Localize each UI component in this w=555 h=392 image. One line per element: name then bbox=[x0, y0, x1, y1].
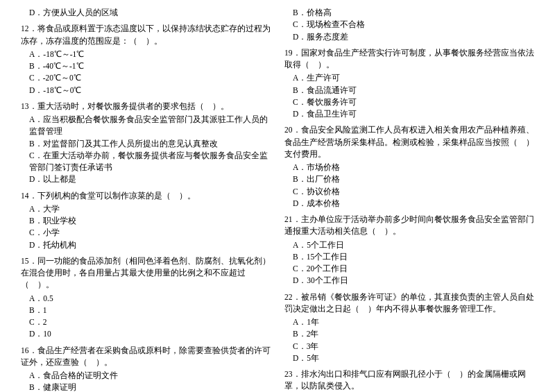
q15-opt-d: D．10 bbox=[21, 328, 271, 340]
q21-opt-c: C．20个工作日 bbox=[284, 263, 534, 275]
q21-opt-d: D．30个工作日 bbox=[284, 275, 534, 287]
q20-opt-a: A．市场价格 bbox=[284, 162, 534, 173]
q12-opt-d: D．-18℃～0℃ bbox=[21, 85, 271, 96]
q14-opt-b: B．职业学校 bbox=[21, 215, 271, 227]
q19-text: 19．国家对食品生产经营实行许可制度，从事餐饮服务经营应当依法取得（ ）。 bbox=[284, 47, 534, 71]
q20-opt-b: B．出厂价格 bbox=[284, 173, 534, 185]
q13-opt-d: D．以上都是 bbox=[21, 173, 271, 185]
q22-opt-c: C．3年 bbox=[284, 341, 534, 352]
q20-opt-c: C．协议价格 bbox=[284, 186, 534, 198]
q18-opt-c: C．现场检查不合格 bbox=[284, 19, 534, 31]
question-14: 14．下列机构的食堂可以制作凉菜的是（ ）。 A．大学 B．职业学校 C．小学 … bbox=[21, 190, 271, 251]
q16-text: 16．食品生产经营者在采购食品或原料时，除需要查验供货者的许可证外，还应查验（ … bbox=[21, 345, 271, 369]
question-16: 16．食品生产经营者在采购食品或原料时，除需要查验供货者的许可证外，还应查验（ … bbox=[21, 345, 271, 393]
q22-opt-b: B．2年 bbox=[284, 328, 534, 340]
q16-opt-a: A．食品合格的证明文件 bbox=[21, 370, 271, 382]
q14-text: 14．下列机构的食堂可以制作凉菜的是（ ）。 bbox=[21, 190, 271, 202]
q22-opt-d: D．5年 bbox=[284, 352, 534, 364]
question-13: 13．重大活动时，对餐饮服务提供者的要求包括（ ）。 A．应当积极配合餐饮服务食… bbox=[21, 101, 271, 186]
right-column: B．价格高 C．现场检查不合格 D．服务态度差 19．国家对食品生产经营实行许可… bbox=[284, 7, 534, 392]
q12-opt-c: C．-20℃～0℃ bbox=[21, 72, 271, 84]
question-20: 20．食品安全风险监测工作人员有权进入相关食用农产品种植养殖、食品生产经营场所采… bbox=[284, 124, 534, 210]
q12-text: 12．将食品或原料置于冻态温度以下，以保持冻结状态贮存的过程为冻存，冻存温度的范… bbox=[21, 23, 271, 47]
q21-opt-b: B．15个工作日 bbox=[284, 251, 534, 263]
q15-opt-b: B．1 bbox=[21, 305, 271, 316]
q19-opt-d: D．食品卫生许可 bbox=[284, 108, 534, 120]
question-21: 21．主办单位应于活动举办前多少时间向餐饮服务食品安全监管部门通报重大活动相关信… bbox=[284, 214, 534, 287]
option-d-text: D．方便从业人员的区域 bbox=[21, 7, 271, 19]
q18-opt-b: B．价格高 bbox=[284, 7, 534, 19]
q12-opt-a: A．-18℃～-1℃ bbox=[21, 49, 271, 60]
q13-opt-b: B．对监督部门及其工作人员所提出的意见认真整改 bbox=[21, 138, 271, 150]
page-container: D．方便从业人员的区域 12．将食品或原料置于冻态温度以下，以保持冻结状态贮存的… bbox=[21, 7, 534, 392]
q21-text: 21．主办单位应于活动举办前多少时间向餐饮服务食品安全监管部门通报重大活动相关信… bbox=[284, 214, 534, 238]
question-22: 22．被吊销《餐饮服务许可证》的单位，其直接负责的主管人员自处罚决定做出之日起（… bbox=[284, 291, 534, 365]
q12-opt-b: B．-40℃～-1℃ bbox=[21, 60, 271, 72]
q16-opt-b: B．健康证明 bbox=[21, 382, 271, 392]
q13-opt-c: C．在重大活动举办前，餐饮服务提供者应与餐饮服务食品安全监管部门签订责任承诺书 bbox=[21, 150, 271, 174]
q14-opt-d: D．托幼机构 bbox=[21, 239, 271, 251]
q19-opt-b: B．食品流通许可 bbox=[284, 85, 534, 96]
q14-opt-a: A．大学 bbox=[21, 203, 271, 215]
q21-opt-a: A．5个工作日 bbox=[284, 239, 534, 251]
question-18-cont: B．价格高 C．现场检查不合格 D．服务态度差 bbox=[284, 7, 534, 43]
q15-opt-c: C．2 bbox=[21, 316, 271, 328]
q15-opt-a: A．0.5 bbox=[21, 293, 271, 305]
q20-text: 20．食品安全风险监测工作人员有权进入相关食用农产品种植养殖、食品生产经营场所采… bbox=[284, 124, 534, 160]
question-23: 23．排水沟出口和排气口应有网眼孔径小于（ ）的金属隔栅或网罩，以防鼠类侵入。 … bbox=[284, 368, 534, 392]
q15-text: 15．同一功能的食品添加剂（相同色泽着色剂、防腐剂、抗氧化剂）在混合使用时，各自… bbox=[21, 255, 271, 291]
q19-opt-c: C．餐饮服务许可 bbox=[284, 96, 534, 108]
q22-text: 22．被吊销《餐饮服务许可证》的单位，其直接负责的主管人员自处罚决定做出之日起（… bbox=[284, 291, 534, 316]
q20-opt-d: D．成本价格 bbox=[284, 198, 534, 210]
left-column: D．方便从业人员的区域 12．将食品或原料置于冻态温度以下，以保持冻结状态贮存的… bbox=[21, 7, 271, 392]
question-19: 19．国家对食品生产经营实行许可制度，从事餐饮服务经营应当依法取得（ ）。 A．… bbox=[284, 47, 534, 121]
question-15: 15．同一功能的食品添加剂（相同色泽着色剂、防腐剂、抗氧化剂）在混合使用时，各自… bbox=[21, 255, 271, 341]
q14-opt-c: C．小学 bbox=[21, 227, 271, 239]
question-12: 12．将食品或原料置于冻态温度以下，以保持冻结状态贮存的过程为冻存，冻存温度的范… bbox=[21, 23, 271, 96]
option-d-area: D．方便从业人员的区域 bbox=[21, 7, 271, 19]
q23-text: 23．排水沟出口和排气口应有网眼孔径小于（ ）的金属隔栅或网罩，以防鼠类侵入。 bbox=[284, 368, 534, 392]
q19-opt-a: A．生产许可 bbox=[284, 72, 534, 84]
q13-text: 13．重大活动时，对餐饮服务提供者的要求包括（ ）。 bbox=[21, 101, 271, 112]
q18-opt-d: D．服务态度差 bbox=[284, 31, 534, 43]
q13-opt-a: A．应当积极配合餐饮服务食品安全监管部门及其派驻工作人员的监督管理 bbox=[21, 114, 271, 138]
q22-opt-a: A．1年 bbox=[284, 316, 534, 328]
